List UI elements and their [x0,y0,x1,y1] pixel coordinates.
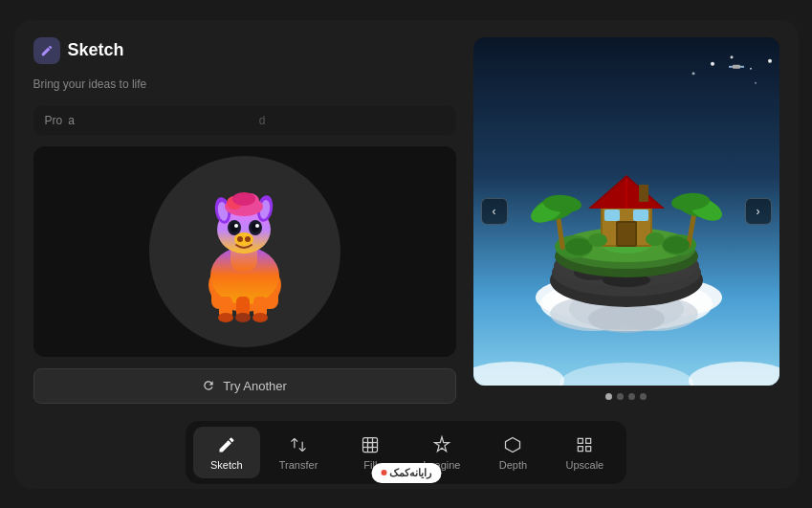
main-content: Sketch Bring your ideas to life Pro d [14,20,799,413]
carousel-prev-button[interactable]: ‹ [481,198,508,225]
watermark-dot [381,470,386,475]
image-carousel: ‹ › [473,37,779,386]
svg-point-21 [245,236,251,242]
carousel-next-button[interactable]: › [745,198,772,225]
prompt-suffix: d [259,114,445,127]
refresh-icon [202,379,215,392]
dot-3[interactable] [628,393,635,400]
app-subtitle: Bring your ideas to life [33,77,456,91]
watermark-bg: رایانه‌کمک [371,463,441,483]
chevron-right-icon: › [757,205,760,218]
svg-point-32 [691,72,694,75]
svg-rect-36 [740,65,744,67]
svg-point-75 [565,238,592,255]
carousel-scene [473,37,779,386]
prompt-input[interactable] [68,114,253,127]
svg-rect-65 [633,210,648,221]
svg-point-79 [473,362,564,386]
imagine-tool-icon [431,434,452,455]
svg-rect-63 [618,223,635,245]
dot-1[interactable] [605,393,612,400]
svg-rect-35 [729,65,733,67]
llama-illustration [183,180,307,323]
watermark-text: رایانه‌کمک [389,467,431,479]
svg-point-12 [232,192,255,206]
watermark: رایانه‌کمک [371,463,441,483]
app-container: Sketch Bring your ideas to life Pro d [14,20,799,489]
llama-circle [149,156,340,347]
svg-marker-87 [506,437,520,452]
svg-point-77 [588,233,607,247]
svg-point-28 [711,61,714,65]
svg-point-20 [237,236,243,242]
dot-4[interactable] [640,393,647,400]
svg-rect-82 [363,437,378,452]
svg-point-31 [768,58,772,62]
fill-tool-icon [360,434,381,455]
carousel-dots [473,393,779,404]
svg-point-80 [689,362,779,386]
tool-depth[interactable]: Depth [479,427,546,478]
pencil-icon [40,44,54,57]
front-clouds [473,328,779,386]
chevron-left-icon: ‹ [493,205,496,218]
svg-rect-34 [733,64,740,68]
svg-point-78 [646,232,665,246]
svg-point-18 [255,224,259,228]
tool-sketch[interactable]: Sketch [193,427,260,478]
prompt-prefix: Pro [45,114,63,127]
svg-point-30 [750,67,752,69]
try-another-button[interactable]: Try Another [33,368,456,404]
depth-tool-label: Depth [499,459,527,471]
sketch-tool-icon [216,434,237,455]
svg-point-33 [755,81,757,83]
svg-rect-64 [604,210,620,221]
dot-2[interactable] [617,393,624,400]
sketch-tool-label: Sketch [210,459,243,471]
svg-point-25 [218,313,233,322]
upscale-tool-icon [574,434,595,455]
left-panel: Sketch Bring your ideas to life Pro d [33,37,456,404]
transfer-tool-icon [288,434,309,455]
upscale-tool-label: Upscale [565,459,604,471]
svg-point-26 [235,313,251,322]
svg-rect-66 [639,185,648,202]
transfer-tool-label: Transfer [279,459,318,471]
svg-point-27 [252,313,268,322]
sketch-icon-bg [33,37,60,64]
tool-transfer[interactable]: Transfer [264,427,334,478]
svg-point-76 [663,236,690,254]
try-another-label: Try Another [223,379,287,393]
tool-upscale[interactable]: Upscale [550,427,619,478]
svg-point-17 [234,224,238,228]
right-panel: ‹ › [473,37,779,404]
canvas-area [33,146,456,357]
app-title: Sketch [68,40,124,60]
prompt-area[interactable]: Pro d [33,106,456,135]
svg-point-81 [560,363,693,386]
depth-tool-icon [502,434,523,455]
header-row: Sketch [33,37,456,64]
prompt-label: Pro d [33,106,456,135]
svg-point-29 [730,55,733,58]
